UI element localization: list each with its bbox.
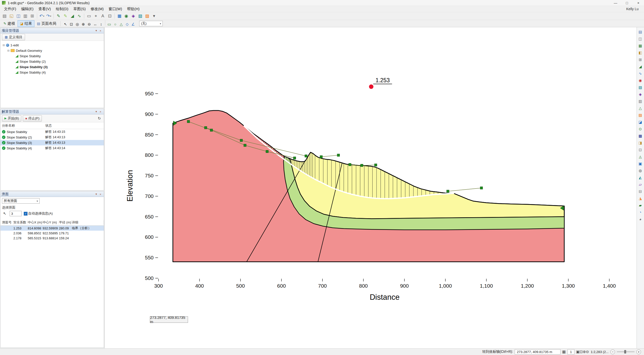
solve-row-1[interactable]: ✓Slope Stability解答 14:43:15: [0, 129, 104, 134]
slip-row-3[interactable]: 2.178565.5315913.68814159.24: [0, 236, 104, 240]
more-tools-button[interactable]: ▾: [151, 13, 157, 19]
graph-button[interactable]: ∿: [637, 70, 644, 76]
tab-page-layout[interactable]: ▤页面布局: [34, 20, 59, 27]
pan-vertical-button[interactable]: ↕: [98, 21, 104, 27]
copy-button[interactable]: ⊞: [29, 13, 36, 19]
menu-item-6[interactable]: 修改(M): [88, 6, 106, 12]
slip-row-2[interactable]: 2.036598.8502922.55895179.71: [0, 231, 104, 236]
zoom-in-button[interactable]: +: [636, 350, 641, 354]
draw-rect-button[interactable]: ▭: [86, 13, 92, 19]
zoom-slider-thumb[interactable]: [624, 350, 626, 354]
zoom-out-icon[interactable]: ⊖: [586, 350, 589, 354]
stop-button[interactable]: ■ 停止(P): [23, 115, 42, 122]
goto-coordinates-input[interactable]: 273.2877, 409.81735 m: [515, 349, 560, 354]
axes-button[interactable]: ⊡: [106, 13, 113, 19]
slip-row-1[interactable]: 1.253814.6098932.59909280.09临界（分析）: [0, 226, 104, 231]
logged-in-user[interactable]: Kelly Lu: [626, 7, 642, 11]
time-view-button[interactable]: ◔: [637, 209, 644, 215]
slices-view-button[interactable]: △: [637, 105, 644, 111]
lock-icon[interactable]: ▣: [576, 350, 580, 354]
refresh-icon[interactable]: ↻: [96, 116, 102, 122]
pin-icon[interactable]: ▾: [94, 28, 98, 33]
tree-item-slope-stability-2[interactable]: Slope Stability (2): [0, 59, 104, 64]
solve-row-4[interactable]: ✓Slope Stability (4)解答 14:43:14: [0, 146, 104, 151]
menu-item-4[interactable]: 绘制(D): [53, 6, 71, 12]
draw-slope-button[interactable]: △: [118, 21, 124, 27]
maximize-button[interactable]: □: [621, 0, 632, 6]
expander-icon[interactable]: ⊟: [2, 44, 6, 47]
zoom-in-icon[interactable]: ⊕: [583, 350, 586, 354]
draw-poly-button[interactable]: ◇: [124, 21, 130, 27]
auto-select-checkbox[interactable]: ✓: [24, 212, 28, 216]
materials-button[interactable]: ◈: [130, 13, 136, 19]
print-button[interactable]: ▥: [22, 13, 28, 19]
contours-button[interactable]: ▧: [637, 84, 644, 90]
reinforcement-button[interactable]: ▨: [144, 13, 150, 19]
menu-item-1[interactable]: 文件(F): [2, 6, 18, 12]
sketch-region-button[interactable]: ◢: [69, 13, 76, 19]
tab-modeling[interactable]: ✎建模: [1, 20, 18, 27]
open-file-button[interactable]: ◱: [8, 13, 14, 19]
new-file-button[interactable]: ▤: [1, 13, 8, 19]
sketch-spline-button[interactable]: ∿: [76, 13, 82, 19]
page-number-box[interactable]: 1: [568, 349, 574, 354]
slip-count-input[interactable]: [10, 211, 22, 216]
zoom-slider[interactable]: [617, 351, 634, 352]
pin-icon[interactable]: ▾: [94, 192, 98, 196]
report-button[interactable]: ▤: [637, 28, 644, 35]
mesh-button[interactable]: ▦: [116, 13, 122, 19]
tree-item-slope-stability-3[interactable]: Slope Stability (3): [0, 64, 104, 70]
progress-view-button[interactable]: ◕: [637, 216, 644, 222]
text-label-button[interactable]: A: [100, 13, 106, 19]
sketch-polyline-button[interactable]: ✎: [55, 13, 62, 19]
start-button[interactable]: ▶ 开始(B): [2, 115, 21, 122]
drawing-canvas[interactable]: 1.2533004005006007008009001,0001,1001,20…: [105, 27, 636, 348]
layers-icon[interactable]: ▦: [562, 350, 566, 354]
slope-view-button[interactable]: ◢: [637, 63, 644, 70]
menu-item-7[interactable]: 窗口(W): [106, 6, 124, 12]
axes-view-button[interactable]: ◭: [637, 174, 644, 180]
measure-button[interactable]: ∠: [130, 21, 136, 27]
hatch-view-button[interactable]: ▩: [637, 132, 644, 139]
menu-item-5[interactable]: 草图(S): [71, 6, 88, 12]
close-icon[interactable]: ×: [98, 28, 102, 33]
draw-circle-button[interactable]: ○: [112, 21, 118, 27]
define-project-button[interactable]: ▦ 定义项目: [2, 34, 25, 40]
close-icon[interactable]: ×: [98, 110, 102, 114]
preset-dropdown[interactable]: (无) ▾: [139, 21, 163, 26]
minimize-button[interactable]: —: [610, 0, 621, 6]
zoom-out-button[interactable]: −: [610, 350, 615, 354]
tree-item-1-edit[interactable]: ⊟1-edit: [0, 42, 104, 48]
opacity-button[interactable]: ◍: [637, 167, 644, 174]
zoom-tool-button[interactable]: ◎: [74, 21, 80, 27]
menu-item-3[interactable]: 查看(V): [36, 6, 53, 12]
pin-icon[interactable]: ▾: [94, 110, 98, 114]
labels-view-button[interactable]: ◬: [637, 153, 644, 160]
copy-view-button[interactable]: ◫: [637, 36, 644, 42]
menu-item-2[interactable]: 编辑(E): [18, 6, 36, 12]
tab-results[interactable]: ◪结果: [18, 20, 34, 27]
collapse-button[interactable]: ⊟: [637, 188, 644, 194]
menu-item-8[interactable]: 帮助(H): [124, 6, 142, 12]
close-icon[interactable]: ×: [98, 192, 102, 196]
frame-button[interactable]: ⊡: [637, 146, 644, 153]
table-view-button[interactable]: ▥: [637, 98, 644, 104]
split-view-button[interactable]: ◧: [637, 49, 644, 56]
slip-filter-dropdown[interactable]: 所有滑面 ▾: [2, 198, 40, 204]
sketch-line-button[interactable]: ✎: [62, 13, 68, 19]
expander-icon[interactable]: ⊟: [7, 49, 10, 52]
draw-point-button[interactable]: ⌖: [93, 13, 99, 19]
vectors-button[interactable]: ▨: [637, 112, 644, 118]
slip-center-button[interactable]: ◉: [637, 77, 644, 84]
select-tool-button[interactable]: ↖: [62, 21, 68, 27]
zoom-out-tool-button[interactable]: ⊖: [86, 21, 92, 27]
region-list-button[interactable]: ▱: [637, 181, 644, 188]
materials-view-button[interactable]: ◈: [637, 91, 644, 97]
tree-item-default-geometry[interactable]: ⊟Default Geometry: [0, 48, 104, 53]
bar-view-button[interactable]: ▰: [637, 202, 644, 208]
tree-item-slope-stability[interactable]: Slope Stability: [0, 53, 104, 59]
shading-button[interactable]: ◪: [637, 119, 644, 125]
zoom-in-tool-button[interactable]: ⊕: [80, 21, 86, 27]
pick-slip-icon[interactable]: ↖: [2, 211, 8, 216]
cross-section-plot[interactable]: 1.2533004005006007008009001,0001,1001,20…: [105, 27, 636, 348]
